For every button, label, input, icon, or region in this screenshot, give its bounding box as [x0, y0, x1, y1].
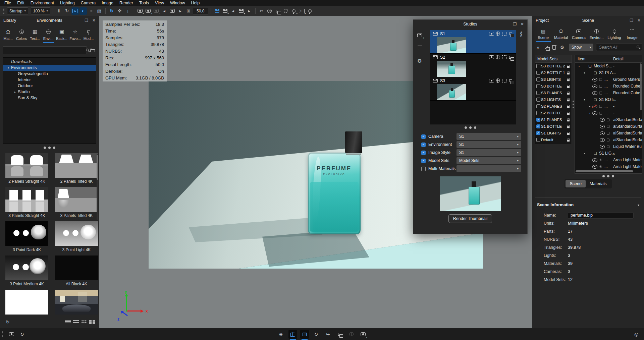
- import-folder-icon[interactable]: [89, 47, 96, 54]
- region-zoom-icon[interactable]: ◎: [632, 330, 641, 339]
- eye-icon[interactable]: [592, 111, 598, 115]
- scripting-console-icon[interactable]: >_▾: [298, 7, 306, 15]
- eye-icon[interactable]: [599, 131, 605, 135]
- project-tab[interactable]: Ω Material: [552, 25, 570, 42]
- show-filter-dropdown[interactable]: Show▾: [569, 44, 593, 51]
- scene-tree-row[interactable]: Liquid Water Bu...: [575, 143, 642, 150]
- render-thumbnail-button[interactable]: Render Thumbnail: [448, 214, 492, 223]
- eye-icon[interactable]: [592, 165, 598, 169]
- environment-thumbnail[interactable]: 3 Panels Tilted 4K: [54, 187, 99, 219]
- menu-item[interactable]: View: [152, 0, 167, 6]
- studio-list-item[interactable]: S3: [430, 77, 516, 101]
- library-tab[interactable]: Colors: [15, 25, 28, 43]
- eye-icon[interactable]: [599, 145, 605, 149]
- lock-camera-icon[interactable]: •: [145, 7, 152, 15]
- studios-pagination-dots[interactable]: [413, 126, 527, 129]
- expander-icon[interactable]: [577, 65, 581, 68]
- scene-tree-row[interactable]: ... -: [575, 103, 642, 110]
- zoom-dropdown[interactable]: 100 %▾: [31, 7, 50, 14]
- model-set-row[interactable]: Default: [535, 136, 572, 143]
- menu-item[interactable]: Window: [167, 0, 188, 6]
- scene-tree-row[interactable]: aiStandardSurfa...: [575, 123, 642, 130]
- library-toggle-icon[interactable]: [288, 330, 297, 339]
- view-small-grid-icon[interactable]: [81, 320, 87, 324]
- project-tab[interactable]: Enviro...: [588, 25, 605, 42]
- lock-icon[interactable]: [566, 111, 571, 115]
- eye-icon[interactable]: [599, 118, 605, 122]
- focal-length-input[interactable]: [193, 8, 208, 14]
- project-pagination-dots[interactable]: [573, 175, 644, 177]
- project-tab[interactable]: Lighting: [605, 25, 623, 42]
- option-checkbox[interactable]: [421, 151, 426, 155]
- lock-icon[interactable]: [566, 91, 571, 95]
- export-icon[interactable]: ↪: [324, 330, 332, 339]
- settings-icon[interactable]: ⚙: [558, 44, 566, 51]
- environment-thumbnail-image[interactable]: [5, 153, 48, 178]
- close-icon[interactable]: ✕: [519, 21, 525, 27]
- lock-icon[interactable]: [566, 97, 571, 102]
- library-tree-item[interactable]: Greyscalegorilla: [3, 71, 96, 77]
- denoise-icon[interactable]: ◐: [79, 7, 87, 15]
- scene-tree-row[interactable]: aiStandardSurfa...: [575, 116, 642, 123]
- scene-tree-row[interactable]: ... Area Light Mate...: [575, 163, 642, 170]
- library-tree-item[interactable]: Environments: [3, 65, 96, 71]
- option-checkbox[interactable]: [421, 167, 426, 171]
- lock-icon[interactable]: [566, 104, 571, 109]
- model-set-checkbox[interactable]: [536, 118, 540, 122]
- scene-tree-row[interactable]: ... Rounded Cube ...: [575, 83, 642, 90]
- eye-icon[interactable]: [599, 138, 605, 142]
- studio-thumbnail[interactable]: [437, 61, 466, 77]
- nurbs-rendering-icon[interactable]: ≈: [88, 7, 95, 15]
- library-tree-item[interactable]: Interior: [3, 77, 96, 83]
- eye-icon[interactable]: [599, 124, 605, 128]
- option-checkbox[interactable]: [421, 134, 426, 139]
- library-scrollbar[interactable]: [97, 154, 98, 220]
- library-tree-item[interactable]: Outdoor: [3, 83, 96, 89]
- lock-icon[interactable]: [566, 117, 571, 122]
- model-set-checkbox[interactable]: [536, 64, 540, 68]
- menu-item[interactable]: File: [1, 0, 14, 6]
- view-list-icon[interactable]: [73, 320, 79, 324]
- eye-icon[interactable]: [592, 91, 598, 95]
- model-set-checkbox[interactable]: [536, 124, 540, 128]
- lock-icon[interactable]: [566, 124, 571, 129]
- window-popout-icon[interactable]: ❐: [629, 17, 635, 23]
- add-studio-button[interactable]: +: [415, 31, 424, 39]
- previous-camera-icon[interactable]: ◂: [161, 7, 168, 15]
- window-popout-icon[interactable]: ❐: [84, 17, 90, 23]
- toolbar-icon[interactable]: [255, 8, 256, 14]
- scene-tree-row[interactable]: aiStandardSurfa...: [575, 136, 642, 143]
- scene-tree-row[interactable]: ... Rounded Cube ...: [575, 90, 642, 96]
- model-set-row[interactable]: S3 BOTTLE 2: [535, 63, 572, 69]
- expander-icon[interactable]: [588, 112, 592, 115]
- material-templates-icon[interactable]: [266, 7, 273, 15]
- perspective-grid-icon[interactable]: ⊞: [185, 7, 192, 15]
- library-tab[interactable]: Envi...: [42, 25, 55, 43]
- add-camera-icon[interactable]: +: [137, 7, 144, 15]
- performance-mode-icon[interactable]: ↻: [63, 7, 71, 15]
- next-camera-icon[interactable]: ▸: [177, 7, 184, 15]
- library-tree-item[interactable]: Sun & Sky: [3, 95, 96, 101]
- model-set-row[interactable]: S3 BOTTLE: [535, 83, 572, 90]
- project-toggle-icon[interactable]: [300, 330, 309, 339]
- library-tab[interactable]: Mod...: [82, 25, 95, 43]
- detail-column-header[interactable]: Detail: [613, 57, 624, 61]
- refresh-library-icon[interactable]: ↻: [4, 318, 11, 326]
- render-options-icon[interactable]: ✓: [359, 330, 368, 339]
- scene-tree-row[interactable]: ... -: [575, 110, 642, 116]
- unlock-camera-icon[interactable]: •: [153, 7, 160, 15]
- expander-icon[interactable]: [582, 98, 587, 101]
- expander-icon[interactable]: [582, 152, 587, 155]
- menu-item[interactable]: Camera: [78, 0, 99, 6]
- lock-icon[interactable]: [566, 131, 571, 135]
- tumble-camera-icon[interactable]: ↻: [108, 7, 115, 15]
- menu-item[interactable]: Lighting: [57, 0, 78, 6]
- eye-icon[interactable]: [592, 158, 598, 162]
- option-dropdown[interactable]: Model Sets▾: [457, 157, 521, 164]
- next-studio-icon[interactable]: ▸: [246, 7, 253, 15]
- model-set-row[interactable]: S2 PLANES: [535, 103, 572, 110]
- import-icon[interactable]: ⊕: [277, 330, 285, 339]
- environment-thumbnail[interactable]: 3 Point Light 4K: [54, 221, 99, 253]
- close-icon[interactable]: ✕: [636, 17, 642, 23]
- camera-list-icon[interactable]: [169, 7, 176, 15]
